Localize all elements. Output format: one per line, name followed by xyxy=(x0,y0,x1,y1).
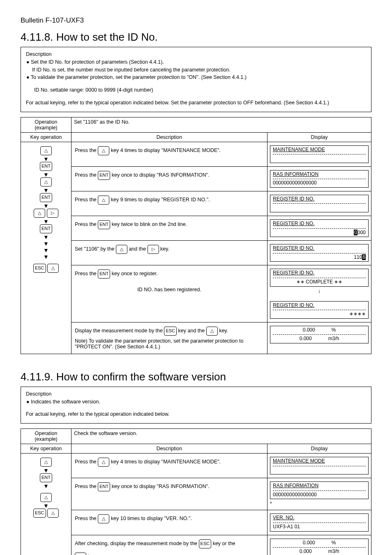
up-key-icon xyxy=(47,264,59,273)
right-key-icon xyxy=(148,245,159,254)
desc-bullet-1: Set the ID No. for protection of paramet… xyxy=(26,58,366,74)
up-key-icon xyxy=(98,146,109,155)
col-display: Display xyxy=(267,444,371,454)
col-display: Display xyxy=(267,132,371,142)
step-4-desc: After checking, display the measurement … xyxy=(71,535,267,555)
section-9-table: Operation (example) Check the software v… xyxy=(21,428,371,555)
step-5-display: REGISTER ID NO.1106 xyxy=(267,241,371,265)
step-7-note: Note) To validate the parameter protecti… xyxy=(75,338,264,350)
desc-bullet-2: To validate the parameter protection, se… xyxy=(26,74,366,81)
section-8-description-box: Description Set the ID No. for protectio… xyxy=(21,47,371,112)
step-7-desc: Display the measurement mode by the ESC … xyxy=(71,322,267,354)
step-3-desc: Press the key 9 times to display "REGIST… xyxy=(71,191,267,216)
step-1-desc: Press the key 4 times to display "MAINTE… xyxy=(71,454,267,478)
col-description: Description xyxy=(71,132,267,142)
op-example-value: Set "1106" as the ID No. xyxy=(71,117,371,132)
step-4-display: 0.000% 0.000m3/h xyxy=(267,535,371,555)
step-3-display: REGISTER ID NO. xyxy=(267,191,371,216)
up-key-icon xyxy=(116,245,127,254)
esc-key-icon: ESC xyxy=(164,327,177,336)
col-description: Description xyxy=(71,444,267,454)
ent-key-icon: ENT xyxy=(98,220,110,229)
ent-key-icon: ENT xyxy=(40,162,52,171)
step-2-desc: Press the ENT key once to display "RAS I… xyxy=(71,478,267,510)
step-6b-desc: ID NO. has been registered. xyxy=(75,287,264,292)
step-4-display: REGISTER ID NO.0000 xyxy=(267,216,371,241)
up-key-icon xyxy=(98,196,109,205)
col-key-operation: Key operation xyxy=(21,132,71,142)
ent-key-icon: ENT xyxy=(40,473,52,482)
ent-key-icon: ENT xyxy=(98,482,110,491)
ent-key-icon: ENT xyxy=(98,171,110,180)
up-key-icon xyxy=(34,209,45,218)
key-operation-cell: ▼ ENT▼ ▼ ENT▼ ▼ ENT▼ ▼▼▼ ESC xyxy=(21,142,71,354)
section-8-heading: 4.11.8. How to set the ID No. xyxy=(21,31,371,44)
step-6-desc: Press the ENT key once to register. ID N… xyxy=(71,265,267,322)
description-title: Description xyxy=(26,390,366,398)
op-example-value: Check the software version. xyxy=(71,429,371,444)
section-9-description-box: Description Indicates the software versi… xyxy=(21,387,371,424)
ent-key-icon: ENT xyxy=(40,224,52,233)
ent-key-icon: ENT xyxy=(40,193,52,202)
esc-key-icon: ESC xyxy=(33,264,46,273)
id-range: ID No. settable range: 0000 to 9999 (4-d… xyxy=(34,86,366,94)
actual-keying-note: For actual keying, refer to the typical … xyxy=(26,99,366,107)
step-1-display: MAINTENANCE MODE xyxy=(267,454,371,478)
up-key-icon xyxy=(206,327,218,336)
right-key-icon xyxy=(47,209,58,218)
up-key-icon xyxy=(40,493,52,502)
step-1-desc: Press the key 4 times to display "MAINTE… xyxy=(71,142,267,166)
desc-bullet-1-sub: If ID No. is set, the number must be inp… xyxy=(32,66,366,74)
op-example-header: Operation (example) xyxy=(21,429,71,444)
step-3-display: VER. NO.UXF3-A1 01 xyxy=(267,510,371,535)
step-5-desc: Set "1106" by the and the key. xyxy=(71,241,267,265)
up-key-icon xyxy=(98,458,109,467)
ent-key-icon: ENT xyxy=(98,269,110,279)
col-key-operation: Key operation xyxy=(21,444,71,454)
desc-bullet: Indicates the software version. xyxy=(26,398,366,406)
up-key-icon xyxy=(40,146,52,155)
key-operation-cell: ▼ ENT▼ ▼ ESC xyxy=(21,454,71,555)
step-1-display: MAINTENANCE MODE xyxy=(267,142,371,166)
step-4-desc: Press the ENT key twice to blink on the … xyxy=(71,216,267,241)
esc-key-icon: ESC xyxy=(33,509,46,518)
up-key-icon xyxy=(40,458,52,467)
section-8-table: Operation (example) Set "1106" as the ID… xyxy=(21,117,371,354)
description-title: Description xyxy=(26,51,366,58)
section-9-heading: 4.11.9. How to confirm the software vers… xyxy=(21,371,371,383)
up-key-icon xyxy=(40,177,52,187)
step-6-display: REGISTER ID NO.∗∗ COMPLETE ∗∗ ↓ xyxy=(267,265,371,298)
step-2-display: RAS INFORMATION0000000000000000 xyxy=(267,166,371,191)
actual-keying-note: For actual keying, refer to the typical … xyxy=(26,410,366,418)
up-key-icon xyxy=(98,514,109,523)
step-2-desc: Press the ENT key once to display "RAS I… xyxy=(71,166,267,191)
bulletin-header: Bulletin F-107-UXF3 xyxy=(21,16,371,25)
footnote-star: * xyxy=(270,501,369,507)
step-3-desc: Press the key 10 times to display "VER. … xyxy=(71,510,267,535)
step-2-display: RAS INFORMATION0000000000000000 * xyxy=(267,478,371,510)
up-key-icon xyxy=(47,509,59,518)
esc-key-icon: ESC xyxy=(199,539,212,548)
op-example-header: Operation (example) xyxy=(21,117,71,132)
up-key-icon xyxy=(75,553,86,555)
step-6b-display: REGISTER ID NO.∗∗∗∗ xyxy=(267,298,371,322)
step-7-display: 0.000% 0.000m3/h xyxy=(267,322,371,354)
